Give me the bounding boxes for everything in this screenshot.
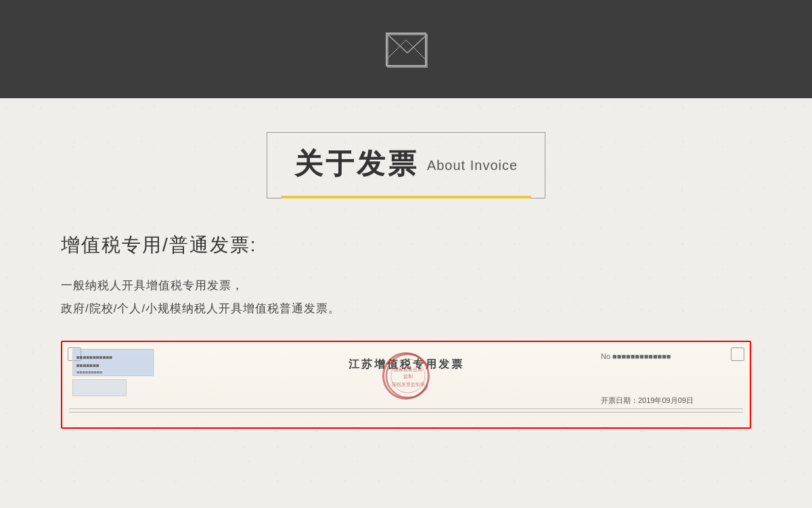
invoice-lines	[69, 408, 743, 422]
svg-text:No ■■■■■■■■■■■■■: No ■■■■■■■■■■■■■	[601, 352, 671, 360]
svg-rect-0	[388, 35, 427, 67]
main-section: 关于发票 About Invoice 增值税专用/普通发票: 一般纳税人开具增值…	[0, 98, 812, 508]
envelope-icon	[386, 33, 426, 66]
invoice-description: 一般纳税人开具增值税专用发票， 政府/院校/个人/小规模纳税人开具增值税普通发票…	[61, 274, 751, 320]
heading-box: 关于发票 About Invoice	[267, 132, 545, 198]
invoice-date: 开票日期：2019年09月09日	[601, 395, 736, 407]
description-line2: 政府/院校/个人/小规模纳税人开具增值税普通发票。	[61, 297, 751, 320]
heading-english: About Invoice	[427, 158, 518, 173]
header-section	[0, 0, 812, 98]
heading-chinese: 关于发票	[294, 145, 419, 183]
envelope-icon-wrapper	[386, 33, 426, 66]
svg-text:国家税务总局: 国家税务总局	[394, 367, 422, 373]
svg-text:■■■■■■■■■■■: ■■■■■■■■■■■	[76, 354, 112, 360]
invoice-stamp: 国家税务总局 监制 国税发票监制章	[382, 352, 430, 400]
invoice-number: No ■■■■■■■■■■■■■	[601, 350, 736, 364]
invoice-barcode-left: ■■■■■■■■■■■ ■■■■■■■ ■■■■■■■■■	[72, 349, 154, 376]
invoice-sim: ■■■■■■■■■■■ ■■■■■■■ ■■■■■■■■■ 江苏增值税专用发票 …	[62, 342, 750, 427]
svg-text:■■■■■■■■■: ■■■■■■■■■	[76, 370, 102, 375]
svg-text:开票日期：2019年09月09日: 开票日期：2019年09月09日	[601, 396, 694, 404]
invoice-type-label: 增值税专用/普通发票:	[61, 232, 751, 258]
section-heading: 关于发票 About Invoice	[61, 132, 751, 198]
invoice-sub-box	[72, 379, 127, 396]
description-line1: 一般纳税人开具增值税专用发票，	[61, 274, 751, 297]
svg-text:■■■■■■■: ■■■■■■■	[76, 362, 99, 368]
svg-text:国税发票监制章: 国税发票监制章	[392, 382, 425, 387]
svg-text:监制: 监制	[403, 374, 413, 379]
invoice-preview: ■■■■■■■■■■■ ■■■■■■■ ■■■■■■■■■ 江苏增值税专用发票 …	[61, 341, 751, 429]
